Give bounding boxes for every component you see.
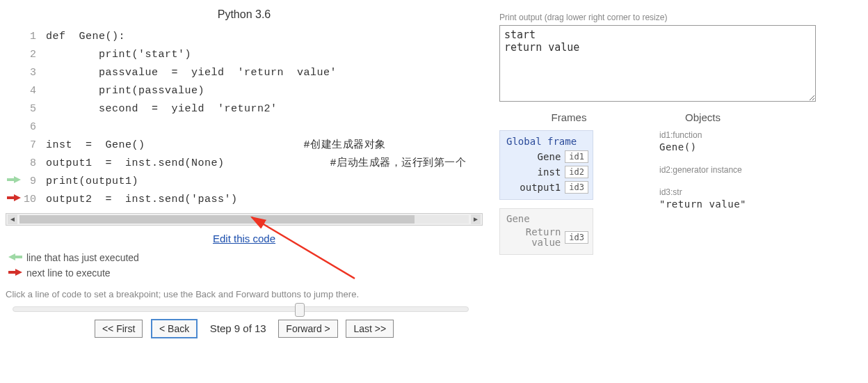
- next-line-arrow-icon: [6, 191, 22, 209]
- var-name: Gene: [538, 151, 561, 162]
- line-number: 3: [22, 64, 46, 82]
- code-line[interactable]: 1def Gene():: [6, 28, 483, 46]
- var-ref: id2: [565, 166, 588, 178]
- edit-code-link[interactable]: Edit this code: [6, 233, 483, 244]
- var-name: output1: [520, 182, 561, 193]
- code-line[interactable]: 5 second = yield 'return2': [6, 100, 483, 118]
- code-text: output1 = inst.send(None) #启动生成器，运行到第一个: [46, 155, 483, 173]
- object-item: id3:str"return value": [659, 187, 746, 210]
- code-text: def Gene():: [46, 28, 483, 46]
- last-button[interactable]: Last >>: [346, 320, 394, 338]
- line-number: 7: [22, 136, 46, 155]
- scroll-left-icon[interactable]: ◄: [8, 214, 17, 224]
- line-number: 10: [22, 191, 46, 209]
- line-number: 5: [22, 100, 46, 118]
- code-line[interactable]: 8output1 = inst.send(None) #启动生成器，运行到第一个: [6, 155, 483, 173]
- first-button[interactable]: << First: [95, 320, 143, 338]
- var-ref: id3: [565, 181, 588, 194]
- object-id: id2:generator instance: [659, 165, 746, 175]
- var-ref: id1: [565, 150, 588, 163]
- svg-marker-2: [8, 253, 22, 260]
- code-text: inst = Gene() #创建生成器对象: [46, 136, 483, 155]
- var-name: inst: [538, 166, 561, 178]
- gene-frame: Gene Returnvalueid3: [499, 208, 593, 255]
- legend-prev-label: line that has just executed: [26, 252, 139, 263]
- svg-marker-0: [7, 176, 21, 183]
- print-output-box[interactable]: start return value: [499, 25, 816, 102]
- scroll-right-icon[interactable]: ►: [471, 214, 481, 224]
- code-line[interactable]: 6: [6, 118, 483, 136]
- frames-header: Frames: [499, 111, 638, 123]
- prev-arrow-icon: [8, 252, 22, 263]
- horizontal-scrollbar[interactable]: ◄ ►: [6, 213, 483, 226]
- code-text: output2 = inst.send('pass'): [46, 191, 483, 209]
- forward-button[interactable]: Forward >: [278, 320, 337, 338]
- code-line[interactable]: 2 print('start'): [6, 46, 483, 64]
- frame-var-row: Returnvalueid3: [502, 226, 590, 250]
- object-item: id1:functionGene(): [659, 130, 746, 153]
- object-value: Gene(): [659, 141, 746, 153]
- objects-header: Objects: [659, 111, 746, 123]
- print-output-label: Print output (drag lower right corner to…: [499, 13, 868, 22]
- code-line[interactable]: 3 passvalue = yield 'return value': [6, 64, 483, 82]
- code-line[interactable]: 9print(output1): [6, 173, 483, 191]
- code-text: print(output1): [46, 173, 483, 191]
- next-arrow-icon: [8, 267, 22, 279]
- code-text: print(passvalue): [46, 82, 483, 100]
- line-number: 6: [22, 118, 46, 136]
- var-ref: id3: [565, 231, 588, 244]
- page-title: Python 3.6: [6, 8, 483, 21]
- object-value: "return value": [659, 198, 746, 210]
- code-line[interactable]: 4 print(passvalue): [6, 82, 483, 100]
- line-number: 2: [22, 46, 46, 64]
- line-number: 1: [22, 28, 46, 46]
- global-frame: Global frame Geneid1instid2output1id3: [499, 130, 593, 200]
- object-id: id3:str: [659, 187, 746, 197]
- gene-frame-title: Gene: [502, 212, 590, 226]
- step-label: Step 9 of 13: [210, 322, 266, 334]
- code-line[interactable]: 10output2 = inst.send('pass'): [6, 191, 483, 209]
- step-slider[interactable]: [13, 306, 469, 312]
- line-number: 9: [22, 173, 46, 191]
- line-number: 8: [22, 155, 46, 173]
- slider-thumb[interactable]: [295, 303, 305, 317]
- global-frame-title: Global frame: [502, 134, 590, 149]
- svg-marker-3: [8, 269, 22, 276]
- code-editor[interactable]: 1def Gene():2 print('start')3 passvalue …: [6, 28, 483, 209]
- svg-marker-1: [7, 194, 21, 201]
- frame-var-row: instid2: [502, 164, 590, 180]
- breakpoint-hint: Click a line of code to set a breakpoint…: [6, 289, 483, 299]
- code-text: print('start'): [46, 46, 483, 64]
- code-text: second = yield 'return2': [46, 100, 483, 118]
- scrollbar-thumb[interactable]: [19, 215, 415, 224]
- code-text: passvalue = yield 'return value': [46, 64, 483, 82]
- prev-line-arrow-icon: [6, 173, 22, 191]
- line-number: 4: [22, 82, 46, 100]
- var-name: Returnvalue: [519, 227, 561, 249]
- object-id: id1:function: [659, 130, 746, 140]
- object-item: id2:generator instance: [659, 165, 746, 175]
- frame-var-row: output1id3: [502, 180, 590, 195]
- legend-next-label: next line to execute: [26, 267, 111, 279]
- frame-var-row: Geneid1: [502, 149, 590, 164]
- code-line[interactable]: 7inst = Gene() #创建生成器对象: [6, 136, 483, 155]
- back-button[interactable]: < Back: [151, 319, 198, 338]
